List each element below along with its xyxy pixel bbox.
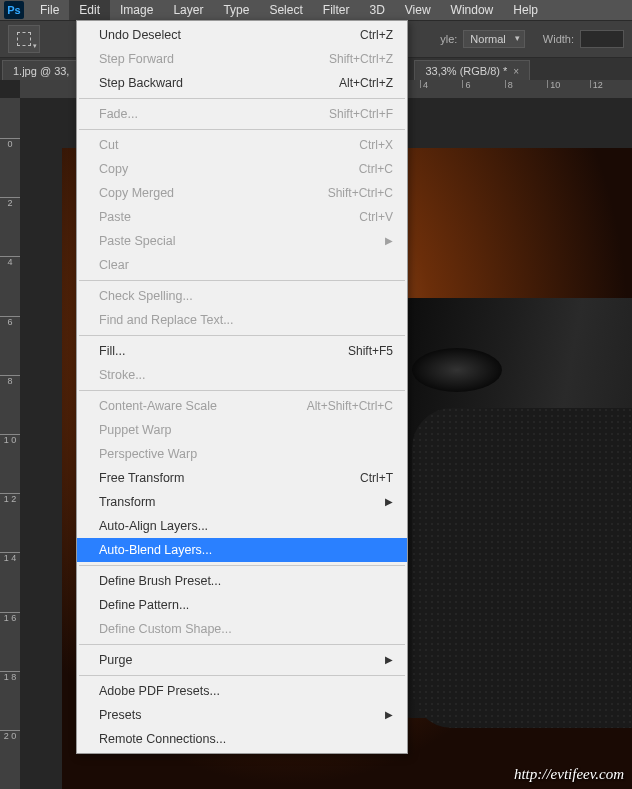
style-label: yle: [440, 33, 457, 45]
menu-item-copy-merged: Copy MergedShift+Ctrl+C [77, 181, 407, 205]
menu-item-undo-deselect[interactable]: Undo DeselectCtrl+Z [77, 23, 407, 47]
menu-filter[interactable]: Filter [313, 0, 360, 20]
menu-item-label: Purge [99, 652, 385, 668]
menu-item-label: Define Pattern... [99, 597, 393, 613]
menu-item-define-custom-shape: Define Custom Shape... [77, 617, 407, 641]
menu-item-remote-connections[interactable]: Remote Connections... [77, 727, 407, 751]
menu-item-auto-align-layers[interactable]: Auto-Align Layers... [77, 514, 407, 538]
chevron-right-icon: ▶ [385, 494, 393, 510]
menu-item-paste: PasteCtrl+V [77, 205, 407, 229]
menu-item-shortcut: Alt+Shift+Ctrl+C [307, 398, 393, 414]
marquee-icon [17, 32, 31, 46]
tab-document-1[interactable]: 1.jpg @ 33, [2, 60, 80, 80]
ruler-tick: 6 [462, 80, 504, 88]
menu-item-label: Auto-Align Layers... [99, 518, 393, 534]
menu-item-shortcut: Shift+F5 [348, 343, 393, 359]
app-logo: Ps [4, 1, 24, 19]
tool-marquee-button[interactable]: ▾ [8, 25, 40, 53]
menu-item-label: Free Transform [99, 470, 360, 486]
menu-item-label: Step Backward [99, 75, 339, 91]
menu-item-label: Check Spelling... [99, 288, 393, 304]
menu-item-label: Stroke... [99, 367, 393, 383]
menu-item-shortcut: Alt+Ctrl+Z [339, 75, 393, 91]
chevron-right-icon: ▶ [385, 707, 393, 723]
menu-item-shortcut: Shift+Ctrl+Z [329, 51, 393, 67]
style-select[interactable]: Normal [463, 30, 524, 48]
menu-separator [79, 565, 405, 566]
menu-item-label: Auto-Blend Layers... [99, 542, 393, 558]
menu-item-label: Paste [99, 209, 359, 225]
menu-item-shortcut: Ctrl+T [360, 470, 393, 486]
menu-item-shortcut: Shift+Ctrl+C [328, 185, 393, 201]
menu-help[interactable]: Help [503, 0, 548, 20]
menu-item-adobe-pdf-presets[interactable]: Adobe PDF Presets... [77, 679, 407, 703]
menu-layer[interactable]: Layer [163, 0, 213, 20]
tab-label: 33,3% (RGB/8) * [425, 65, 507, 77]
menu-item-label: Step Forward [99, 51, 329, 67]
menu-item-shortcut: Ctrl+X [359, 137, 393, 153]
ruler-tick: 1 0 [0, 434, 20, 493]
menu-view[interactable]: View [395, 0, 441, 20]
menu-image[interactable]: Image [110, 0, 163, 20]
menu-select[interactable]: Select [259, 0, 312, 20]
menu-item-free-transform[interactable]: Free TransformCtrl+T [77, 466, 407, 490]
tab-document-2[interactable]: 33,3% (RGB/8) * × [414, 60, 530, 80]
menu-item-label: Clear [99, 257, 393, 273]
menu-item-shortcut: Ctrl+V [359, 209, 393, 225]
menu-window[interactable]: Window [441, 0, 504, 20]
ruler-tick: 2 0 [0, 730, 20, 789]
ruler-tick: 4 [0, 256, 20, 315]
menu-item-define-pattern[interactable]: Define Pattern... [77, 593, 407, 617]
width-input[interactable] [580, 30, 624, 48]
ruler-tick: 0 [0, 138, 20, 197]
camera-dial [412, 348, 502, 392]
menu-item-auto-blend-layers[interactable]: Auto-Blend Layers... [77, 538, 407, 562]
menu-item-paste-special: Paste Special▶ [77, 229, 407, 253]
menu-item-label: Remote Connections... [99, 731, 393, 747]
menu-item-define-brush-preset[interactable]: Define Brush Preset... [77, 569, 407, 593]
ruler-tick: 6 [0, 316, 20, 375]
ruler-tick: 8 [505, 80, 547, 88]
ruler-tick: 1 4 [0, 552, 20, 611]
menu-type[interactable]: Type [213, 0, 259, 20]
menu-separator [79, 129, 405, 130]
menu-item-shortcut: Ctrl+Z [360, 27, 393, 43]
menu-3d[interactable]: 3D [359, 0, 394, 20]
menu-item-step-backward[interactable]: Step BackwardAlt+Ctrl+Z [77, 71, 407, 95]
menu-item-label: Adobe PDF Presets... [99, 683, 393, 699]
menu-item-label: Fill... [99, 343, 348, 359]
menu-item-label: Undo Deselect [99, 27, 360, 43]
ruler-tick: 1 6 [0, 612, 20, 671]
edit-dropdown-menu: Undo DeselectCtrl+ZStep ForwardShift+Ctr… [76, 20, 408, 754]
chevron-right-icon: ▶ [385, 233, 393, 249]
menu-separator [79, 280, 405, 281]
menu-file[interactable]: File [30, 0, 69, 20]
watermark-text: http://evtifeev.com [514, 766, 624, 783]
menu-item-fill[interactable]: Fill...Shift+F5 [77, 339, 407, 363]
menu-edit[interactable]: Edit [69, 0, 110, 20]
width-label: Width: [543, 33, 574, 45]
tab-label: 1.jpg @ 33, [13, 65, 69, 77]
menu-separator [79, 675, 405, 676]
menu-item-label: Paste Special [99, 233, 385, 249]
ruler-tick: 10 [547, 80, 589, 88]
menu-item-clear: Clear [77, 253, 407, 277]
menu-item-label: Transform [99, 494, 385, 510]
menu-item-step-forward: Step ForwardShift+Ctrl+Z [77, 47, 407, 71]
menu-item-label: Content-Aware Scale [99, 398, 307, 414]
menu-item-label: Define Custom Shape... [99, 621, 393, 637]
menu-item-transform[interactable]: Transform▶ [77, 490, 407, 514]
menu-item-presets[interactable]: Presets▶ [77, 703, 407, 727]
menu-item-purge[interactable]: Purge▶ [77, 648, 407, 672]
menu-item-perspective-warp: Perspective Warp [77, 442, 407, 466]
menu-item-label: Fade... [99, 106, 329, 122]
menu-item-content-aware-scale: Content-Aware ScaleAlt+Shift+Ctrl+C [77, 394, 407, 418]
menu-separator [79, 98, 405, 99]
menu-item-label: Perspective Warp [99, 446, 393, 462]
menu-item-label: Copy Merged [99, 185, 328, 201]
close-icon[interactable]: × [513, 66, 519, 77]
ruler-tick: 4 [420, 80, 462, 88]
menu-item-stroke: Stroke... [77, 363, 407, 387]
ruler-tick: 1 8 [0, 671, 20, 730]
ruler-tick: 8 [0, 375, 20, 434]
